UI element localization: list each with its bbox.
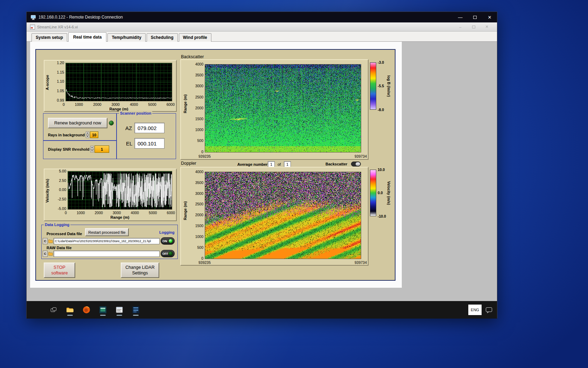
backscatter-heatmap	[205, 64, 361, 152]
snr-spinner[interactable]	[90, 146, 94, 152]
drive-letter-button[interactable]: C	[43, 251, 48, 257]
tick-label: -2.50	[58, 197, 66, 201]
doppler-plot-area	[205, 172, 361, 259]
tab-wind-profile[interactable]: Wind profile	[179, 33, 211, 42]
tab-scheduling[interactable]: Scheduling	[147, 33, 178, 42]
processed-logging-toggle[interactable]: ON	[161, 237, 175, 245]
tick-label: 6000	[167, 103, 175, 107]
task-view-icon[interactable]	[48, 303, 59, 316]
velocity-graph-frame: Velocity (m/s) 5.002.500.00-2.50-5.00 01…	[44, 169, 177, 221]
tick-label: 1500	[195, 224, 203, 228]
toggle-knob	[356, 162, 360, 166]
firefox-icon[interactable]	[81, 303, 92, 316]
lidar-app-icon[interactable]	[131, 303, 141, 316]
snr-threshold-value[interactable]: 1	[94, 145, 109, 153]
doppler-y-axis-label: Range (m)	[183, 188, 187, 233]
app-window-title: StreamLine XR v14-6.vi	[37, 25, 78, 29]
rdp-maximize-button[interactable]	[468, 12, 482, 22]
tabs: System setup Real time data Temp/humidit…	[31, 32, 212, 42]
rays-in-background-value[interactable]: 10	[90, 131, 98, 138]
snr-threshold-box: Display SNR threshold 1	[43, 141, 117, 159]
tick-label: 1.10	[57, 80, 64, 83]
backscatter-title: Backscatter	[181, 54, 204, 59]
average-number-value[interactable]: 1	[268, 161, 275, 167]
tick-label: 5000	[149, 211, 157, 215]
backscatter-toggle[interactable]	[351, 162, 361, 166]
rdp-window-title: 192.168.0.122 - Remote Desktop Connectio…	[38, 15, 123, 20]
backscatter-plot-area	[205, 64, 361, 152]
average-of-label: of	[278, 162, 281, 166]
scanner-position-box: Scanner position AZ 079.002 EL 000.101	[117, 113, 176, 159]
tick-label: 0	[201, 150, 203, 154]
rays-in-background-label: Rays in background	[48, 133, 85, 137]
decrement-arrow[interactable]	[86, 135, 89, 138]
notification-chat-icon[interactable]	[485, 306, 493, 315]
language-indicator[interactable]: ENG	[468, 305, 482, 315]
a-scope-y-axis-label: A-scope	[45, 67, 49, 98]
tick-label: 1000	[195, 128, 203, 132]
doppler-graph-frame: Range (m) 400035003000250020001500100050…	[180, 167, 369, 266]
restart-processed-file-button[interactable]: Restart processed file	[85, 228, 129, 236]
app-close-button[interactable]: ✕	[480, 25, 493, 29]
maximize-icon	[473, 16, 477, 19]
el-label: EL	[126, 141, 132, 146]
raw-data-file-path[interactable]	[54, 251, 160, 257]
data-logging-title: Data Logging	[44, 222, 70, 227]
app-minimize-button[interactable]: –	[454, 25, 467, 29]
raw-logging-toggle[interactable]: OFF	[161, 250, 175, 257]
renew-background-led	[109, 121, 114, 125]
velocity-y-axis-label: Velocity (m/s)	[45, 173, 49, 208]
rdp-minimize-button[interactable]: —	[453, 12, 468, 22]
el-value: 000.101	[134, 138, 164, 149]
tick-label: 500	[197, 246, 203, 250]
rays-spinner[interactable]	[86, 131, 89, 138]
backscatter-colorbar-label: log B (/m/sr)	[387, 62, 391, 110]
preview-app-icon[interactable]	[98, 303, 108, 316]
scan-scheduler-icon[interactable]	[114, 303, 125, 316]
a-scope-x-ticks: 0100020003000400050006000	[63, 103, 175, 107]
tick-label: 3000	[195, 192, 203, 196]
az-label: AZ	[125, 125, 132, 131]
decrement-arrow[interactable]	[90, 149, 94, 153]
rdp-close-button[interactable]: ✕	[482, 12, 497, 22]
processed-data-file-path[interactable]: C:\Lidar\Data\Proc\2023\202309\20230912\…	[54, 238, 160, 244]
change-lidar-settings-button[interactable]: Change LiDAR Settings	[121, 263, 159, 278]
tick-label: 3500	[195, 73, 203, 77]
velocity-plot-area	[68, 171, 172, 210]
average-number-label: Average number	[237, 162, 267, 166]
tick-label: 3000	[113, 211, 121, 215]
raw-data-file-label: RAW Data file	[47, 246, 72, 250]
tick-label: 0	[63, 103, 65, 107]
tick-label: 1500	[195, 117, 203, 121]
backscatter-colorbar-ticks: -3.0-5.5-8.0	[378, 61, 387, 111]
tick-label: 2.50	[59, 179, 66, 183]
renew-background-button[interactable]: Renew background now	[48, 118, 107, 128]
scanner-position-title: Scanner position	[119, 111, 152, 116]
a-scope-plot-area	[65, 63, 172, 101]
average-total-value[interactable]: 1	[284, 161, 291, 167]
display-snr-threshold-label: Display SNR threshold	[48, 147, 90, 151]
tick-label: 2000	[95, 211, 103, 215]
doppler-x-ticks: 939235 939734	[198, 261, 367, 265]
drive-letter-button[interactable]: C	[43, 238, 48, 244]
restore-icon	[472, 26, 475, 28]
velocity-y-ticks: 5.002.500.00-2.50-5.00	[54, 169, 66, 210]
tab-temp-humidity[interactable]: Temp/humidity	[107, 33, 145, 42]
tab-system-setup[interactable]: System setup	[31, 33, 67, 42]
tick-label: 4000	[195, 62, 203, 66]
browse-folder-icon[interactable]	[48, 251, 53, 257]
stop-software-button[interactable]: STOP software	[44, 263, 75, 278]
file-explorer-icon[interactable]	[65, 303, 75, 316]
increment-arrow[interactable]	[86, 131, 89, 135]
app-restore-button[interactable]	[467, 25, 480, 29]
tick-label: 2500	[195, 95, 203, 99]
tick-label: 0	[65, 211, 67, 215]
browse-folder-icon[interactable]	[48, 238, 53, 244]
increment-arrow[interactable]	[90, 146, 94, 149]
az-value: 079.002	[134, 123, 164, 133]
tick-label: 2000	[195, 106, 203, 110]
doppler-heatmap	[205, 172, 361, 259]
tick-label: 3500	[195, 181, 203, 185]
tab-real-time-data[interactable]: Real time data	[68, 32, 106, 42]
tick-label: 1.15	[57, 70, 64, 74]
